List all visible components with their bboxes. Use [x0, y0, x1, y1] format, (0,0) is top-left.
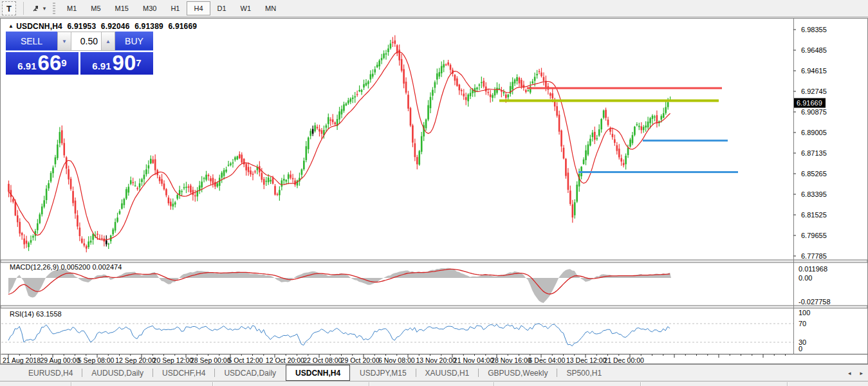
price-axis-label: 6.77785 [801, 252, 827, 260]
candle-body [234, 158, 236, 160]
sell-button[interactable]: SELL [6, 32, 57, 51]
time-axis-label: 21 Dec 00:00 [604, 356, 643, 364]
candle-body [647, 122, 649, 127]
chart-tab-audusd[interactable]: AUDUSD,Daily [82, 365, 152, 381]
collapse-triangle-icon[interactable]: ▲ [8, 23, 14, 29]
symbol-period-label: USDCNH,H4 [16, 22, 62, 31]
candle-body [507, 95, 509, 97]
candle-body [159, 177, 161, 181]
candle-body [303, 161, 305, 169]
chart-tab-usdchf[interactable]: USDCHF,H4 [153, 365, 214, 381]
status-bar [0, 381, 868, 386]
candle-body [609, 129, 611, 132]
chart-tab-gbpusd[interactable]: GBPUSD,Weekly [479, 365, 557, 381]
candle-body [50, 173, 52, 181]
candle-body [290, 174, 291, 178]
candle-body [217, 183, 219, 187]
chart-tab-usdcad[interactable]: USDCAD,Daily [215, 365, 285, 381]
chart-tab-sp500[interactable]: SP500,H1 [557, 365, 611, 381]
candle-body [301, 169, 303, 174]
time-axis-label: 28 Sep 00:00 [190, 356, 230, 364]
arrows-tool-button[interactable]: ▾ [27, 1, 50, 15]
candle-body [312, 129, 314, 134]
time-axis-label: 5 Sep 08:00 [78, 356, 115, 364]
chevron-down-icon: ▾ [43, 5, 46, 12]
tab-scroll-left-icon[interactable]: ◂ [848, 370, 851, 376]
text-tool-icon[interactable]: T [2, 1, 16, 15]
candle-body [23, 239, 25, 244]
candle-body [66, 157, 68, 169]
candle-body [81, 239, 83, 243]
candle-body [403, 69, 405, 83]
candle-body [154, 160, 156, 170]
candle-body [654, 116, 656, 117]
macd-histogram [8, 268, 671, 303]
candle-body [551, 93, 553, 98]
volume-decrease-button[interactable]: ▼ [58, 32, 71, 50]
timeframe-button-m5[interactable]: M5 [84, 1, 107, 15]
timeframe-button-mn[interactable]: MN [258, 1, 283, 15]
candle-body [512, 82, 513, 89]
timeframe-button-d1[interactable]: D1 [210, 1, 234, 15]
candle-body [381, 58, 383, 60]
candle-body [48, 183, 50, 188]
chart-tab-usdjpy[interactable]: USDJPY,M15 [351, 365, 415, 381]
chart-tab-eurusd[interactable]: EURUSD,H4 [19, 365, 82, 381]
ohlc-open: 6.91953 [67, 22, 96, 31]
candle-body [274, 186, 276, 194]
price-axis-label: 6.87135 [801, 149, 827, 157]
timeframe-button-m15[interactable]: M15 [108, 1, 136, 15]
tab-scroll-right-icon[interactable]: ▸ [860, 370, 863, 376]
candle-body [492, 95, 494, 98]
candle-body [152, 160, 154, 163]
sell-price-main: 66 [38, 53, 62, 73]
panel-divider-macd[interactable] [1, 260, 867, 262]
candle-body [317, 127, 319, 128]
chart-window[interactable]: ▲USDCNH,H4 6.91953 6.92046 6.91389 6.916… [0, 18, 868, 364]
timeframe-button-h4[interactable]: H4 [187, 1, 210, 15]
timeframe-button-h1[interactable]: H1 [163, 1, 187, 15]
toolbar-grip[interactable] [53, 3, 55, 14]
ohlc-close: 6.91669 [168, 22, 197, 31]
chart-tab-usdcnh[interactable]: USDCNH,H4 [286, 365, 350, 381]
candle-body [447, 62, 449, 65]
time-axis-label: 13 Dec 12:00 [566, 356, 606, 364]
candle-body [55, 158, 57, 165]
candle-body [465, 97, 467, 100]
volume-input[interactable] [71, 32, 101, 50]
candle-body [569, 190, 571, 204]
candle-body [441, 66, 443, 73]
candle-body [230, 163, 232, 165]
candle-body [245, 164, 247, 170]
candle-body [43, 200, 45, 207]
sell-price-display[interactable]: 6.91 66 9 [6, 52, 78, 75]
candle-body [432, 90, 434, 96]
timeframe-button-m1[interactable]: M1 [60, 1, 84, 15]
macd-axis-max: 0.011968 [799, 265, 827, 273]
candle-body [589, 139, 591, 146]
candle-body [363, 84, 365, 87]
time-axis-label: 5 Oct 12:00 [228, 356, 263, 364]
timeframe-button-m30[interactable]: M30 [136, 1, 163, 15]
candle-body [463, 94, 465, 96]
buy-price-main: 90 [113, 53, 136, 73]
candle-body [559, 115, 560, 131]
candle-body [418, 151, 420, 165]
candle-body [32, 236, 34, 237]
candle-body [616, 145, 618, 151]
buy-price-display[interactable]: 6.91 90 7 [80, 52, 153, 75]
candle-body [321, 130, 323, 134]
candle-body [90, 241, 92, 243]
timeframe-button-w1[interactable]: W1 [234, 1, 259, 15]
candle-body [294, 181, 296, 185]
candle-body [481, 82, 483, 83]
chart-tab-xauusd[interactable]: XAUUSD,H1 [416, 365, 479, 381]
candle-body [119, 211, 121, 214]
candle-body [170, 202, 172, 207]
panel-divider-rsi[interactable] [1, 306, 867, 308]
buy-button[interactable]: BUY [115, 32, 153, 51]
candle-body [205, 175, 207, 180]
candle-body [398, 50, 400, 60]
volume-increase-button[interactable]: ▲ [101, 32, 115, 50]
moving-average-line[interactable] [9, 51, 670, 240]
